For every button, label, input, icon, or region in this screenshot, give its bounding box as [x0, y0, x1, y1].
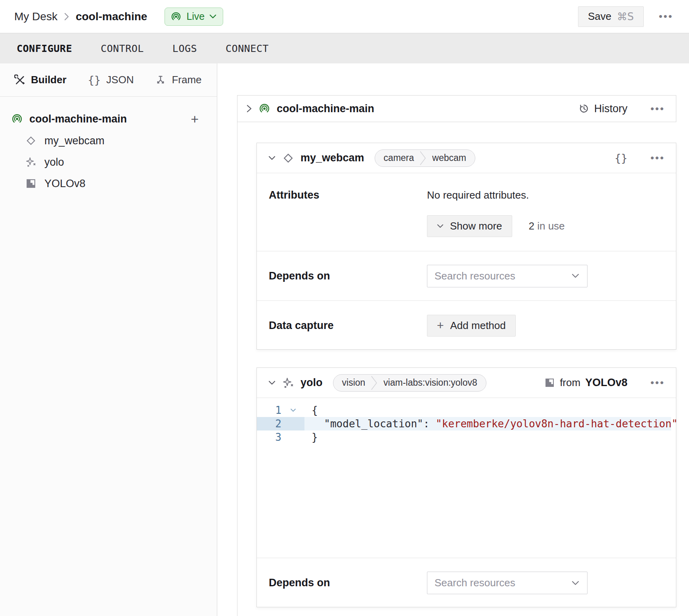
history-clock-icon	[578, 103, 589, 114]
data-capture-label: Data capture	[269, 319, 427, 332]
json-attributes-editor[interactable]: 1 { 2 "model_location": "keremberke/y	[257, 398, 676, 558]
view-tab-builder-label: Builder	[31, 74, 67, 86]
yolo-depends-on-select[interactable]: Search resources	[427, 572, 588, 594]
resource-tree: cool-machine-main + my_webcam	[0, 97, 217, 194]
from-module-info: from YOLOv8	[544, 377, 628, 389]
app-window: My Desk cool-machine Live Save ⌘S	[0, 0, 689, 616]
yolo-depends-on-section: Depends on Search resources	[257, 558, 676, 608]
line-number: 1	[257, 404, 281, 417]
machine-part-card: cool-machine-main History •••	[237, 95, 676, 122]
add-resource-button[interactable]: +	[191, 112, 199, 126]
plus-icon: +	[437, 319, 444, 332]
breadcrumb-current: cool-machine	[76, 10, 147, 23]
fold-chevron-icon[interactable]	[281, 404, 304, 417]
frame-axes-icon	[155, 75, 166, 86]
yolo-card-title: yolo	[300, 377, 323, 389]
code-text: }	[304, 430, 318, 444]
depends-on-select[interactable]: Search resources	[427, 265, 588, 287]
tree-item-yolov8-module[interactable]: YOLOv8	[0, 173, 217, 194]
webcam-type-model-tag: camera webcam	[375, 149, 475, 167]
attributes-in-use-count: 2 in use	[529, 220, 565, 232]
tab-control[interactable]: CONTROL	[101, 43, 144, 54]
tree-item-my-webcam[interactable]: my_webcam	[0, 130, 217, 151]
depends-on-section: Depends on Search resources	[257, 251, 676, 300]
save-button[interactable]: Save ⌘S	[578, 6, 644, 27]
line-number: 3	[257, 430, 281, 444]
code-text: "model_location": "keremberke/yolov8n-ha…	[304, 417, 678, 430]
chevron-down-icon	[572, 274, 579, 278]
tab-configure[interactable]: CONFIGURE	[17, 43, 72, 54]
chevron-down-icon	[572, 581, 579, 585]
webcam-card-header: my_webcam camera webcam {} •••	[257, 143, 676, 173]
chevron-down-icon	[209, 14, 216, 19]
tab-connect[interactable]: CONNECT	[226, 43, 269, 54]
module-icon	[544, 377, 555, 388]
save-shortcut-hint: ⌘S	[617, 11, 634, 23]
tag-separator-chevron	[419, 149, 427, 167]
editor-line-1: 1 {	[257, 404, 676, 417]
chevron-down-icon	[437, 224, 444, 228]
service-sparkles-icon	[25, 157, 36, 168]
code-text: {	[304, 404, 318, 417]
view-tab-builder[interactable]: Builder	[14, 74, 67, 86]
live-badge-label: Live	[186, 11, 205, 22]
add-method-button[interactable]: + Add method	[427, 315, 516, 337]
broadcast-icon	[11, 113, 23, 125]
sidebar-view-tabs: Builder {} JSON Frame	[0, 63, 217, 97]
nav-tabbar: CONFIGURE CONTROL LOGS CONNECT	[0, 33, 689, 63]
tree-item-yolo[interactable]: yolo	[0, 151, 217, 173]
view-tab-json-label: JSON	[106, 74, 134, 86]
from-module-name[interactable]: YOLOv8	[585, 377, 628, 389]
attributes-label: Attributes	[269, 189, 427, 251]
json-string-value: "keremberke/yolov8n-hard-hat-detection"	[436, 418, 678, 430]
header-overflow-menu[interactable]: •••	[659, 10, 673, 23]
edit-json-braces-button[interactable]: {}	[614, 152, 628, 164]
webcam-config-card: my_webcam camera webcam {} ••• Attribute…	[256, 143, 676, 350]
module-icon	[25, 178, 36, 189]
chevron-right-icon	[64, 12, 69, 21]
live-status-badge[interactable]: Live	[165, 8, 223, 26]
depends-on-placeholder: Search resources	[434, 577, 515, 589]
breadcrumb: My Desk cool-machine	[14, 10, 147, 23]
chevron-down-icon[interactable]	[268, 155, 276, 161]
yolo-card-menu[interactable]: •••	[651, 377, 665, 389]
chevron-down-icon[interactable]	[268, 380, 276, 385]
save-button-label: Save	[588, 10, 611, 23]
history-label: History	[594, 103, 628, 115]
tree-item-machine-main[interactable]: cool-machine-main +	[0, 108, 217, 130]
chevron-right-icon[interactable]	[246, 104, 252, 113]
webcam-card-title: my_webcam	[300, 152, 364, 164]
editor-line-3: 3 }	[257, 430, 676, 444]
from-prefix: from	[560, 377, 580, 389]
component-diamond-icon	[282, 152, 294, 164]
page-body: Builder {} JSON Frame	[0, 63, 689, 616]
service-sparkles-icon	[282, 377, 294, 389]
machine-part-title: cool-machine-main	[277, 103, 374, 115]
view-tab-frame[interactable]: Frame	[155, 74, 201, 86]
view-tab-json[interactable]: {} JSON	[88, 74, 134, 86]
sidebar: Builder {} JSON Frame	[0, 63, 217, 616]
model-tag: viam-labs:vision:yolov8	[379, 377, 486, 388]
data-capture-section: Data capture + Add method	[257, 300, 676, 350]
history-button[interactable]: History	[578, 103, 628, 115]
attributes-actions: Show more 2 in use	[427, 215, 565, 237]
webcam-card-menu[interactable]: •••	[651, 152, 665, 164]
broadcast-icon	[170, 11, 182, 22]
show-more-button[interactable]: Show more	[427, 215, 512, 237]
tree-item-my-webcam-label: my_webcam	[44, 135, 105, 147]
machine-card-menu[interactable]: •••	[651, 103, 665, 115]
depends-on-placeholder: Search resources	[434, 270, 515, 282]
broadcast-icon	[258, 103, 270, 115]
depends-on-label: Depends on	[269, 270, 427, 282]
view-tab-frame-label: Frame	[172, 74, 201, 86]
breadcrumb-parent[interactable]: My Desk	[14, 10, 57, 23]
show-more-label: Show more	[450, 220, 502, 232]
tab-logs[interactable]: LOGS	[172, 43, 197, 54]
attributes-empty-text: No required attributes.	[427, 189, 565, 201]
tree-connector-line	[237, 122, 237, 616]
yolo-card-header: yolo vision viam-labs:vision:yolov8	[257, 368, 676, 398]
json-key: "model_location"	[324, 418, 423, 430]
tag-separator-chevron	[370, 374, 379, 392]
depends-on-label: Depends on	[269, 577, 427, 589]
fold-spacer	[281, 417, 304, 430]
